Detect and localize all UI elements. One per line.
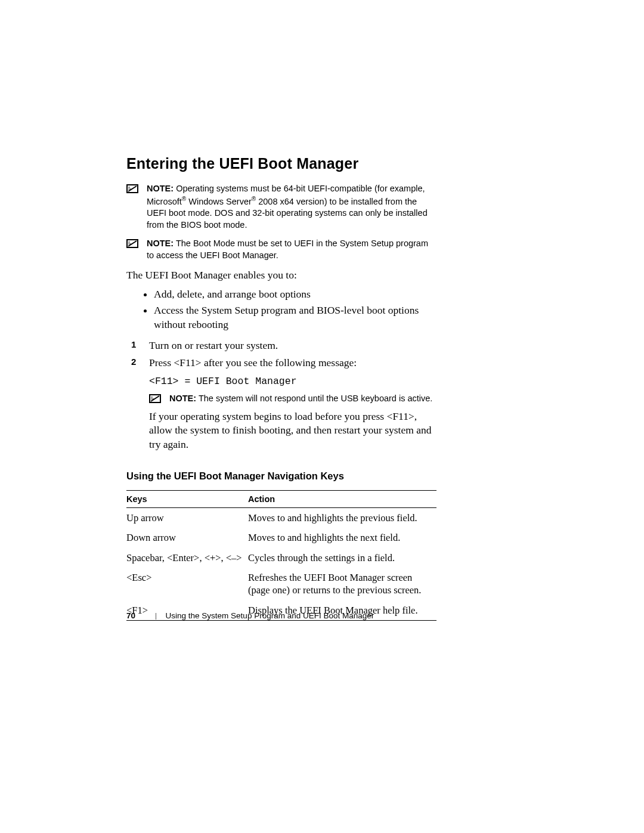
step-number: 1 <box>131 339 136 351</box>
table-row: Spacebar, <Enter>, <+>, <–> Cycles throu… <box>126 548 436 568</box>
table-row: Down arrow Moves to and highlights the n… <box>126 528 436 547</box>
note-icon <box>126 239 138 248</box>
bullet-list: Add, delete, and arrange boot options Ac… <box>126 286 436 333</box>
page-content: Entering the UEFI Boot Manager NOTE: Ope… <box>126 155 436 621</box>
note-icon <box>126 184 138 193</box>
note-1-mid: Windows Server <box>186 196 252 206</box>
footer-separator <box>156 613 156 620</box>
step-2-code: <F11> = UEFI Boot Manager <box>149 375 436 388</box>
cell-key: Spacebar, <Enter>, <+>, <–> <box>126 548 248 568</box>
note-1: NOTE: Operating systems must be 64-bit U… <box>126 183 436 231</box>
page-number: 70 <box>126 611 135 620</box>
intro-text: The UEFI Boot Manager enables you to: <box>126 268 436 283</box>
cell-action: Cycles through the settings in a field. <box>248 548 436 568</box>
list-item: Add, delete, and arrange boot options <box>154 286 436 303</box>
cell-action: Moves to and highlights the next field. <box>248 528 436 547</box>
cell-action: Moves to and highlights the previous fie… <box>248 507 436 528</box>
note-2-text: NOTE: The Boot Mode must be set to UEFI … <box>147 238 436 261</box>
step-2-text: Press <F11> after you see the following … <box>149 357 357 368</box>
step-number: 2 <box>131 356 136 368</box>
cell-key: Down arrow <box>126 528 248 547</box>
footer-title: Using the System Setup Program and UEFI … <box>166 611 374 620</box>
cell-key: <Esc> <box>126 568 248 600</box>
col-keys: Keys <box>126 490 248 507</box>
page-heading: Entering the UEFI Boot Manager <box>126 155 436 172</box>
table-row: Up arrow Moves to and highlights the pre… <box>126 507 436 528</box>
table-header-row: Keys Action <box>126 490 436 507</box>
list-item: Access the System Setup program and BIOS… <box>154 302 436 333</box>
note-3: NOTE: The system will not respond until … <box>149 393 436 405</box>
subheading: Using the UEFI Boot Manager Navigation K… <box>126 470 436 482</box>
step-2: 2 Press <F11> after you see the followin… <box>126 354 436 453</box>
nav-keys-table: Keys Action Up arrow Moves to and highli… <box>126 490 436 621</box>
cell-key: Up arrow <box>126 507 248 528</box>
note-label: NOTE: <box>169 394 196 403</box>
note-icon <box>149 394 161 403</box>
note-1-text: NOTE: Operating systems must be 64-bit U… <box>147 183 436 231</box>
step-list: 1 Turn on or restart your system. 2 Pres… <box>126 337 436 454</box>
cell-action: Refreshes the UEFI Boot Manager screen (… <box>248 568 436 600</box>
step-1: 1 Turn on or restart your system. <box>126 337 436 355</box>
note-2: NOTE: The Boot Mode must be set to UEFI … <box>126 238 436 261</box>
table-row: <Esc> Refreshes the UEFI Boot Manager sc… <box>126 568 436 600</box>
note-label: NOTE: <box>147 239 174 248</box>
page-footer: 70 Using the System Setup Program and UE… <box>126 611 374 620</box>
step-1-text: Turn on or restart your system. <box>149 339 278 351</box>
note-3-text: NOTE: The system will not respond until … <box>169 393 432 405</box>
step-2-after: If your operating system begins to load … <box>149 410 431 450</box>
note-2-body: The Boot Mode must be set to UEFI in the… <box>147 239 428 260</box>
col-action: Action <box>248 490 436 507</box>
note-3-body: The system will not respond until the US… <box>196 394 432 403</box>
note-label: NOTE: <box>147 184 174 193</box>
